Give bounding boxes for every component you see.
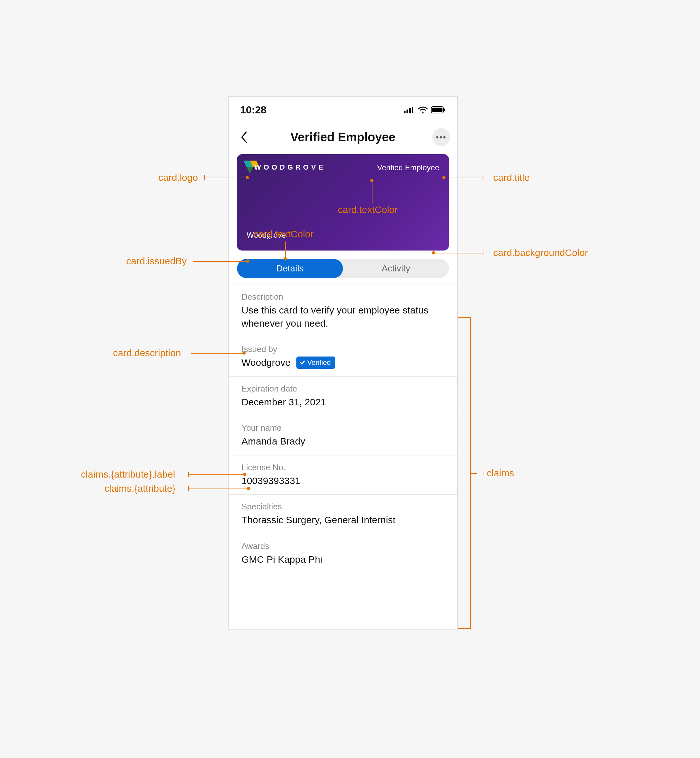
svg-rect-2 bbox=[409, 108, 411, 113]
annotation-card-issuedby: card.issuedBy bbox=[126, 256, 187, 267]
status-indicators bbox=[404, 106, 446, 113]
annotation-line bbox=[471, 473, 477, 474]
annotation-dot bbox=[442, 176, 445, 179]
phone-frame: 10:28 Verified Employee ••• WOODGROVE bbox=[228, 96, 458, 630]
annotation-card-backgroundcolor: card.backgroundColor bbox=[493, 247, 588, 258]
value-name: Amanda Brady bbox=[241, 435, 444, 448]
segmented-control: Details Activity bbox=[237, 259, 449, 278]
value-awards: GMC Pi Kappa Phi bbox=[241, 553, 444, 566]
annotation-line bbox=[484, 250, 484, 255]
issuer-name: Woodgrove bbox=[241, 356, 291, 369]
annotation-dot bbox=[246, 259, 250, 263]
page-title: Verified Employee bbox=[290, 130, 395, 144]
details-list: Description Use this card to verify your… bbox=[229, 284, 457, 573]
row-issued-by: Issued by Woodgrove Verified bbox=[229, 337, 457, 377]
annotation-card-title: card.title bbox=[493, 172, 530, 183]
annotation-dot bbox=[243, 473, 246, 476]
diagram-canvas: 10:28 Verified Employee ••• WOODGROVE bbox=[0, 0, 700, 758]
annotation-card-textcolor-bottom: card.textColor bbox=[254, 229, 314, 240]
label-name: Your name bbox=[241, 423, 444, 433]
wifi-icon bbox=[418, 106, 428, 113]
annotation-line bbox=[444, 178, 484, 178]
annotation-dot bbox=[242, 352, 245, 355]
annotation-card-logo: card.logo bbox=[158, 172, 198, 183]
label-license: License No. bbox=[241, 463, 444, 472]
annotation-dot bbox=[432, 251, 435, 255]
value-description: Use this card to verify your employee st… bbox=[241, 304, 444, 330]
status-bar: 10:28 bbox=[229, 97, 457, 123]
annotation-card-description: card.description bbox=[113, 347, 181, 358]
svg-rect-5 bbox=[432, 108, 442, 112]
label-issued-by: Issued by bbox=[241, 344, 444, 354]
more-button[interactable]: ••• bbox=[432, 128, 450, 146]
label-description: Description bbox=[241, 292, 444, 302]
annotation-line bbox=[191, 353, 244, 354]
label-expiration: Expiration date bbox=[241, 384, 444, 394]
annotation-line bbox=[433, 253, 484, 253]
value-license: 10039393331 bbox=[241, 474, 444, 488]
svg-marker-9 bbox=[247, 167, 253, 173]
row-name: Your name Amanda Brady bbox=[229, 416, 457, 455]
annotation-line bbox=[193, 261, 248, 262]
row-expiration: Expiration date December 31, 2021 bbox=[229, 377, 457, 416]
row-awards: Awards GMC Pi Kappa Phi bbox=[229, 534, 457, 573]
chevron-left-icon bbox=[241, 131, 248, 143]
annotation-line bbox=[484, 175, 484, 180]
label-awards: Awards bbox=[241, 541, 444, 551]
cellular-icon bbox=[404, 106, 415, 113]
check-icon bbox=[300, 360, 305, 366]
row-description: Description Use this card to verify your… bbox=[229, 285, 457, 337]
svg-rect-3 bbox=[412, 107, 413, 113]
annotation-line bbox=[484, 471, 484, 475]
annotation-line bbox=[372, 181, 372, 204]
verified-text: Verified bbox=[307, 358, 331, 367]
card-brand: WOODGROVE bbox=[254, 163, 326, 172]
annotation-dot bbox=[370, 179, 373, 182]
value-issued-by: Woodgrove Verified bbox=[241, 356, 444, 369]
annotation-line bbox=[188, 474, 245, 475]
nav-bar: Verified Employee ••• bbox=[229, 123, 457, 152]
card-title: Verified Employee bbox=[377, 163, 439, 172]
annotation-dot bbox=[247, 487, 250, 490]
annotation-line bbox=[188, 489, 248, 489]
clock: 10:28 bbox=[240, 104, 267, 116]
tab-details[interactable]: Details bbox=[237, 259, 343, 278]
annotation-dot bbox=[284, 257, 287, 261]
annotation-claims-bracket bbox=[458, 317, 471, 629]
annotation-claims-attribute: claims.{attribute} bbox=[105, 483, 176, 494]
back-button[interactable] bbox=[238, 131, 250, 144]
battery-icon bbox=[431, 106, 446, 113]
svg-rect-6 bbox=[444, 109, 445, 111]
svg-rect-1 bbox=[406, 109, 408, 113]
annotation-card-textcolor-top: card.textColor bbox=[338, 204, 398, 215]
annotation-line bbox=[285, 242, 286, 259]
annotation-claims: claims bbox=[487, 468, 514, 478]
annotation-line bbox=[204, 178, 247, 178]
verified-badge: Verified bbox=[296, 356, 335, 369]
value-expiration: December 31, 2021 bbox=[241, 396, 444, 409]
tab-activity[interactable]: Activity bbox=[343, 259, 449, 278]
svg-rect-0 bbox=[404, 111, 406, 113]
value-specialties: Thorassic Surgery, General Internist bbox=[241, 514, 444, 527]
ellipsis-icon: ••• bbox=[436, 132, 446, 142]
annotation-dot bbox=[245, 176, 249, 179]
row-license: License No. 10039393331 bbox=[229, 455, 457, 495]
row-specialties: Specialties Thorassic Surgery, General I… bbox=[229, 495, 457, 534]
annotation-claims-attribute-label: claims.{attribute}.label bbox=[81, 469, 175, 480]
label-specialties: Specialties bbox=[241, 502, 444, 512]
